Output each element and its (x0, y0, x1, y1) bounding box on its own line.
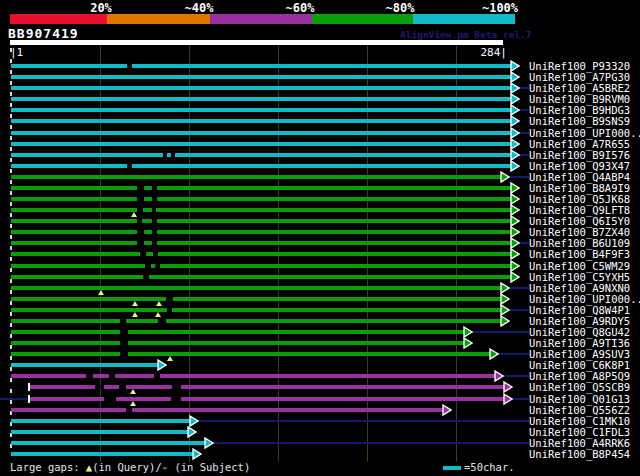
alignment-bar[interactable] (11, 131, 511, 135)
alignment-bar[interactable] (11, 275, 511, 279)
subject-label[interactable]: UniRef100_B8P454 (529, 448, 630, 460)
arrowhead-icon (510, 160, 520, 172)
alignment-bar[interactable] (11, 319, 501, 323)
scale-line-icon (443, 466, 461, 470)
subject-extension-line (213, 442, 529, 444)
arrowhead-icon (463, 337, 473, 349)
subject-extension-line (472, 331, 529, 333)
gap-mark (153, 252, 158, 256)
alignment-bar[interactable] (11, 197, 511, 201)
alignment-bar[interactable] (11, 363, 158, 367)
gap-triangle-icon (156, 301, 162, 306)
alignment-bar[interactable] (11, 97, 511, 101)
gap-mark (152, 186, 157, 190)
arrowhead-icon (510, 248, 520, 260)
gaps-legend-suffix: (in Subject) (168, 461, 250, 473)
query-bar (10, 40, 503, 45)
gap-mark (127, 64, 132, 68)
alignment-bar[interactable] (11, 108, 511, 112)
alignment-bar[interactable] (11, 264, 511, 268)
gap-mark (137, 219, 142, 223)
alignment-bar[interactable] (11, 252, 511, 256)
gap-mark (152, 241, 157, 245)
arrowhead-icon (157, 359, 167, 371)
gap-mark (109, 374, 115, 378)
gap-mark (140, 252, 146, 256)
subject-extension-line (519, 132, 529, 134)
alignment-bar[interactable] (30, 397, 504, 401)
alignment-bar[interactable] (11, 408, 443, 412)
gap-mark (137, 197, 144, 201)
gap-mark (166, 297, 173, 301)
scale-label: ~100% (482, 1, 518, 15)
alignment-bar[interactable] (11, 419, 190, 423)
gap-mark (152, 219, 157, 223)
scale-segment-cyan (413, 14, 515, 24)
alignment-bar[interactable] (11, 153, 511, 157)
subject-label[interactable]: UniRef100_Q5SCB9 (529, 381, 630, 393)
arrowhead-icon (510, 115, 520, 127)
subject-extension-line (512, 398, 529, 400)
arrowhead-icon (500, 315, 510, 327)
alignment-bar[interactable] (11, 164, 511, 168)
alignment-bar[interactable] (11, 186, 511, 190)
gap-mark (120, 319, 126, 323)
subject-label[interactable]: UniRef100_B9SNS9 (529, 115, 630, 127)
subject-extension-line (519, 154, 529, 156)
scale-label: ~60% (286, 1, 315, 15)
alignment-bar[interactable] (11, 308, 501, 312)
alignment-bar[interactable] (11, 64, 511, 68)
scale-segment-orange (107, 14, 210, 24)
scale-label: 20% (90, 1, 112, 15)
gap-triangle-icon (167, 356, 173, 361)
alignment-bar[interactable] (11, 341, 464, 345)
arrowhead-icon (442, 404, 452, 416)
alignment-bar[interactable] (11, 430, 188, 434)
gap-mark (167, 308, 172, 312)
arrowhead-icon (489, 348, 499, 360)
subject-extension-line (198, 420, 529, 422)
alignment-bar[interactable] (11, 175, 501, 179)
gap-triangle-icon (130, 389, 136, 394)
gap-mark (137, 186, 144, 190)
arrowhead-icon (503, 381, 513, 393)
gap-mark (127, 164, 132, 168)
scale-segment-red (10, 14, 107, 24)
version-text: AlignView.pm Beta rel.7 (400, 29, 532, 40)
alignment-bar[interactable] (11, 452, 193, 456)
alignment-bar[interactable] (11, 86, 511, 90)
alignment-bar[interactable] (11, 219, 511, 223)
subject-label[interactable]: UniRef100_B4F9F3 (529, 248, 630, 260)
scale-line-legend: =50char. (464, 461, 515, 473)
alignment-bar[interactable] (11, 208, 511, 212)
gap-mark (120, 352, 128, 356)
alignment-bar[interactable] (11, 142, 511, 146)
gap-mark (171, 153, 175, 157)
query-id: BB907419 (8, 26, 79, 41)
alignment-bar[interactable] (11, 297, 501, 301)
alignment-bar[interactable] (11, 241, 511, 245)
subject-extension-line (503, 375, 529, 377)
alignment-bar[interactable] (11, 374, 495, 378)
alignment-bar[interactable] (11, 75, 511, 79)
gap-triangle-icon (98, 290, 104, 295)
gap-mark (137, 230, 144, 234)
alignview-overview: 20%~40%~60%~80%~100% BB907419 AlignView.… (0, 0, 640, 476)
alignment-bar[interactable] (11, 352, 490, 356)
gap-mark (152, 230, 157, 234)
ruler-end-label: 284| (440, 46, 507, 59)
alignment-bar[interactable] (11, 286, 501, 290)
subject-extension-line (519, 109, 529, 111)
alignment-bar[interactable] (11, 119, 511, 123)
arrowhead-icon (500, 171, 510, 183)
alignment-bar[interactable] (11, 330, 464, 334)
alignment-bar[interactable] (11, 441, 205, 445)
scale-segment-green (312, 14, 413, 24)
alignment-bar[interactable] (11, 230, 511, 234)
gap-triangle-icon (130, 401, 136, 406)
gap-mark (143, 275, 149, 279)
gap-mark (155, 264, 160, 268)
subject-extension-line (510, 309, 529, 311)
gap-mark (137, 208, 143, 212)
gaps-legend: Large gaps: ▲(in Query)/- (in Subject) (10, 461, 250, 473)
